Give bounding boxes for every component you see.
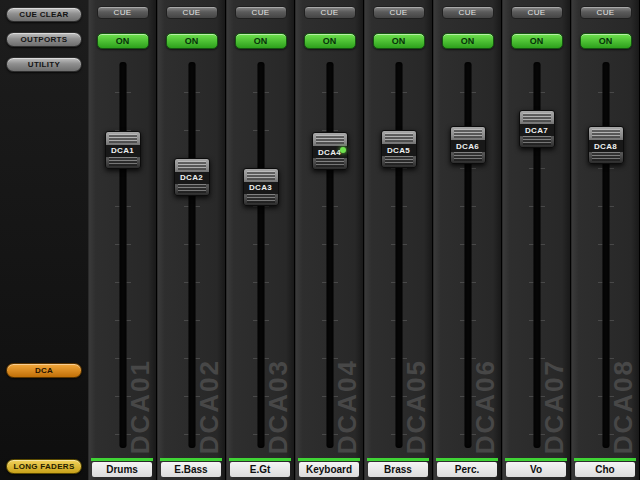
channel-strip: CUE ON DCA06 DCA6 Perc. <box>433 0 502 480</box>
dca-bank-button[interactable]: DCA <box>6 363 82 378</box>
sidebar: CUE CLEAR OUTPORTS UTILITY DCA LONG FADE… <box>0 0 88 480</box>
fader-area: DCA01 DCA1 <box>89 56 156 454</box>
channel-strip: CUE ON DCA02 DCA2 E.Bass <box>157 0 226 480</box>
long-faders-button[interactable]: LONG FADERS <box>6 459 82 474</box>
fader-track[interactable] <box>257 62 264 448</box>
knob-grip-ridges-bottom <box>523 136 551 145</box>
channel-strip: CUE ON DCA04 DCA4 Keyboard <box>295 0 364 480</box>
fader-knob[interactable]: DCA7 <box>519 110 555 148</box>
fader-track[interactable] <box>119 62 126 448</box>
fader-track[interactable] <box>395 62 402 448</box>
cue-button[interactable]: CUE <box>304 6 356 19</box>
channel-color-bar <box>298 458 360 461</box>
on-button[interactable]: ON <box>580 33 632 49</box>
knob-grip-ridges-top <box>109 134 137 143</box>
channel-color-bar <box>505 458 567 461</box>
on-button[interactable]: ON <box>235 33 287 49</box>
channel-name-label[interactable]: Brass <box>368 462 428 477</box>
channel-strips: CUE ON DCA01 DCA1 Drums CUE ON DCA02 DCA… <box>88 0 640 480</box>
cue-button[interactable]: CUE <box>97 6 149 19</box>
knob-grip-ridges-bottom <box>109 157 137 166</box>
channel-color-bar <box>229 458 291 461</box>
fader-knob[interactable]: DCA4 <box>312 132 348 170</box>
knob-grip-ridges-top <box>247 171 275 180</box>
knob-grip-ridges-bottom <box>247 194 275 203</box>
fader-track[interactable] <box>188 62 195 448</box>
fader-knob[interactable]: DCA3 <box>243 168 279 206</box>
channel-color-bar <box>91 458 153 461</box>
outports-button[interactable]: OUTPORTS <box>6 32 82 47</box>
fader-knob-label: DCA3 <box>244 182 278 194</box>
channel-strip: CUE ON DCA05 DCA5 Brass <box>364 0 433 480</box>
knob-grip-ridges-top <box>454 129 482 138</box>
knob-grip-ridges-top <box>178 161 206 170</box>
knob-grip-ridges-bottom <box>385 156 413 165</box>
knob-grip-ridges-top <box>523 113 551 122</box>
channel-name-label[interactable]: E.Bass <box>161 462 221 477</box>
channel-strip: CUE ON DCA01 DCA1 Drums <box>88 0 157 480</box>
cue-button[interactable]: CUE <box>373 6 425 19</box>
on-button[interactable]: ON <box>304 33 356 49</box>
on-button[interactable]: ON <box>97 33 149 49</box>
knob-grip-ridges-bottom <box>316 158 344 167</box>
mixer-dca-screen: CUE CLEAR OUTPORTS UTILITY DCA LONG FADE… <box>0 0 640 480</box>
fader-knob[interactable]: DCA8 <box>588 126 624 164</box>
cue-button[interactable]: CUE <box>580 6 632 19</box>
channel-name-label[interactable]: Vo <box>506 462 566 477</box>
knob-grip-ridges-bottom <box>454 152 482 161</box>
on-button[interactable]: ON <box>373 33 425 49</box>
on-button[interactable]: ON <box>442 33 494 49</box>
on-button[interactable]: ON <box>166 33 218 49</box>
channel-name-label[interactable]: Keyboard <box>299 462 359 477</box>
fader-area: DCA02 DCA2 <box>158 56 225 454</box>
fader-area: DCA07 DCA7 <box>503 56 570 454</box>
knob-grip-ridges-top <box>592 129 620 138</box>
fader-track[interactable] <box>464 62 471 448</box>
channel-color-bar <box>367 458 429 461</box>
fader-area: DCA06 DCA6 <box>434 56 501 454</box>
cue-button[interactable]: CUE <box>235 6 287 19</box>
fader-area: DCA05 DCA5 <box>365 56 432 454</box>
channel-color-bar <box>160 458 222 461</box>
channel-name-label[interactable]: E.Gt <box>230 462 290 477</box>
cue-button[interactable]: CUE <box>511 6 563 19</box>
channel-strip: CUE ON DCA07 DCA7 Vo <box>502 0 571 480</box>
fader-knob-label: DCA7 <box>520 124 554 136</box>
fader-knob[interactable]: DCA2 <box>174 158 210 196</box>
fader-knob[interactable]: DCA6 <box>450 126 486 164</box>
channel-strip: CUE ON DCA03 DCA3 E.Gt <box>226 0 295 480</box>
knob-grip-ridges-top <box>316 135 344 144</box>
fader-area: DCA04 DCA4 <box>296 56 363 454</box>
fader-knob-label: DCA1 <box>106 145 140 157</box>
utility-button[interactable]: UTILITY <box>6 57 82 72</box>
fader-area: DCA03 DCA3 <box>227 56 294 454</box>
fader-track[interactable] <box>602 62 609 448</box>
fader-knob-label: DCA5 <box>382 144 416 156</box>
channel-strip: CUE ON DCA08 DCA8 Cho <box>571 0 640 480</box>
fader-knob[interactable]: DCA1 <box>105 131 141 169</box>
knob-grip-ridges-bottom <box>178 184 206 193</box>
channel-color-bar <box>574 458 636 461</box>
fader-track[interactable] <box>326 62 333 448</box>
channel-name-label[interactable]: Cho <box>575 462 635 477</box>
channel-name-label[interactable]: Perc. <box>437 462 497 477</box>
cue-clear-button[interactable]: CUE CLEAR <box>6 7 82 22</box>
fader-knob-label: DCA6 <box>451 140 485 152</box>
fader-knob[interactable]: DCA5 <box>381 130 417 168</box>
touch-indicator-dot <box>340 147 346 153</box>
fader-area: DCA08 DCA8 <box>572 56 639 454</box>
knob-grip-ridges-top <box>385 133 413 142</box>
fader-knob-label: DCA2 <box>175 172 209 184</box>
on-button[interactable]: ON <box>511 33 563 49</box>
cue-button[interactable]: CUE <box>166 6 218 19</box>
channel-name-label[interactable]: Drums <box>92 462 152 477</box>
channel-color-bar <box>436 458 498 461</box>
fader-knob-label: DCA8 <box>589 140 623 152</box>
cue-button[interactable]: CUE <box>442 6 494 19</box>
knob-grip-ridges-bottom <box>592 152 620 161</box>
